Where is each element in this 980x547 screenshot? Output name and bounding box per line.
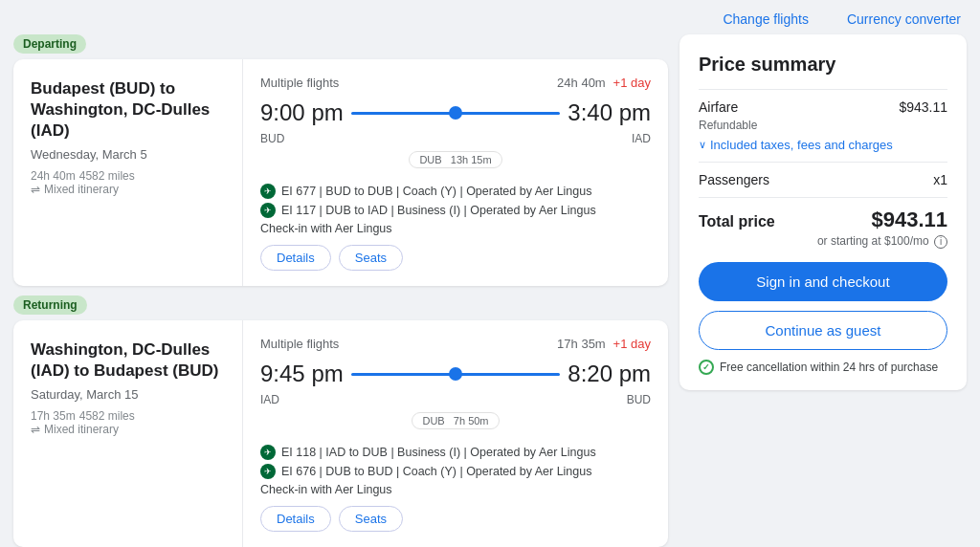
- departing-segment-group: Departing Budapest (BUD) to Washington, …: [13, 34, 668, 286]
- returning-date: Saturday, March 15: [31, 387, 225, 402]
- airfare-amount: $943.11: [899, 99, 947, 115]
- departing-flight2-row: EI 117 | DUB to IAD | Business (I) | Ope…: [260, 203, 651, 218]
- aer-lingus-icon-1: [260, 184, 276, 199]
- departing-timeline-row: 9:00 pm 3:40 pm: [260, 99, 651, 126]
- returning-left: Washington, DC-Dulles (IAD) to Budapest …: [13, 320, 243, 547]
- returning-details-button[interactable]: Details: [260, 506, 331, 532]
- returning-layover-wrapper: DUB 7h 50m: [260, 410, 651, 437]
- departing-flight1-row: EI 677 | BUD to DUB | Coach (Y) | Operat…: [260, 184, 651, 199]
- returning-miles: 4582 miles: [79, 409, 135, 423]
- starting-at: or starting at $100/mo i: [699, 234, 947, 249]
- returning-mixed-icon: ⇌: [31, 423, 40, 436]
- departing-depart-time: 9:00 pm: [260, 99, 344, 126]
- divider-1: [699, 89, 947, 90]
- continue-guest-button[interactable]: Continue as guest: [699, 311, 947, 350]
- returning-duration: 17h 35m: [557, 337, 606, 351]
- returning-timeline-dot: [449, 367, 462, 381]
- departing-airport-row: BUD IAD: [260, 132, 651, 145]
- returning-layover-badge: DUB 7h 50m: [412, 412, 499, 429]
- taxes-label: Included taxes, fees and charges: [710, 138, 893, 152]
- departing-plus-day: +1 day: [613, 76, 651, 90]
- departing-meta: 24h 40m 4582 miles: [31, 169, 225, 183]
- departing-miles: 4582 miles: [79, 169, 135, 183]
- returning-route: Washington, DC-Dulles (IAD) to Budapest …: [31, 339, 225, 382]
- refundable-label: Refundable: [699, 119, 947, 132]
- departing-layover-badge: DUB 13h 15m: [409, 151, 501, 168]
- chevron-down-icon: ∨: [699, 139, 706, 151]
- currency-converter-link[interactable]: Currency converter: [847, 11, 961, 27]
- price-summary-title: Price summary: [699, 54, 947, 76]
- departing-duration: 24h 40m: [557, 76, 606, 90]
- returning-depart-time: 9:45 pm: [260, 361, 344, 387]
- returning-layover-airport: DUB: [422, 415, 444, 427]
- departing-checkin: Check-in with Aer Lingus: [260, 222, 651, 235]
- returning-airport-row: IAD BUD: [260, 393, 651, 406]
- aer-lingus-icon-2: [260, 203, 276, 218]
- departing-seats-button[interactable]: Seats: [339, 245, 403, 271]
- returning-plus-day: +1 day: [613, 337, 651, 351]
- departing-layover-duration: 13h 15m: [451, 154, 492, 165]
- departing-date: Wednesday, March 5: [31, 147, 225, 162]
- departing-depart-airport: BUD: [260, 132, 284, 145]
- returning-flight1-row: EI 118 | IAD to DUB | Business (I) | Ope…: [260, 445, 651, 460]
- airfare-row: Airfare $943.11: [699, 99, 947, 115]
- mixed-icon: ⇌: [31, 183, 40, 196]
- departing-details-button[interactable]: Details: [260, 245, 331, 271]
- returning-meta: 17h 35m 4582 miles: [31, 409, 225, 423]
- divider-3: [699, 197, 947, 198]
- returning-flight2-row: EI 676 | DUB to BUD | Coach (Y) | Operat…: [260, 464, 651, 479]
- total-label: Total price: [699, 213, 775, 230]
- info-icon[interactable]: i: [934, 235, 947, 249]
- returning-checkin: Check-in with Aer Lingus: [260, 483, 651, 496]
- returning-btn-row: Details Seats: [260, 506, 651, 532]
- passengers-row: Passengers x1: [699, 172, 947, 187]
- departing-layover-wrapper: DUB 13h 15m: [260, 149, 651, 176]
- returning-seats-button[interactable]: Seats: [339, 506, 403, 532]
- departing-arrive-airport: IAD: [632, 132, 651, 145]
- departing-right: Multiple flights 24h 40m +1 day 9:00 pm: [243, 59, 668, 286]
- returning-flight-header: Multiple flights 17h 35m +1 day: [260, 336, 651, 351]
- returning-right: Multiple flights 17h 35m +1 day 9:45 pm: [243, 320, 668, 547]
- starting-at-text: or starting at $100/mo: [817, 234, 929, 248]
- change-flights-link[interactable]: Change flights: [723, 11, 809, 27]
- returning-duration-meta: 17h 35m: [31, 409, 76, 423]
- returning-arrive-time: 8:20 pm: [568, 361, 651, 387]
- departing-timeline-dot: [449, 106, 462, 120]
- departing-left: Budapest (BUD) to Washington, DC-Dulles …: [13, 59, 243, 286]
- main-layout: Departing Budapest (BUD) to Washington, …: [0, 34, 980, 547]
- returning-arrive-airport: BUD: [627, 393, 651, 406]
- returning-header-right: 17h 35m +1 day: [557, 336, 651, 351]
- left-panel: Departing Budapest (BUD) to Washington, …: [13, 34, 668, 547]
- returning-flight-label: Multiple flights: [260, 337, 339, 351]
- returning-aer-lingus-icon-1: [260, 445, 276, 460]
- free-cancel-row: Free cancellation within 24 hrs of purch…: [699, 360, 947, 375]
- free-cancel-text: Free cancellation within 24 hrs of purch…: [720, 361, 938, 374]
- total-price-section: Total price $943.11 or starting at $100/…: [699, 208, 947, 375]
- passengers-count: x1: [933, 172, 947, 187]
- returning-mixed: ⇌ Mixed itinerary: [31, 423, 225, 436]
- departing-route: Budapest (BUD) to Washington, DC-Dulles …: [31, 78, 225, 142]
- returning-timeline-bar: [351, 373, 561, 376]
- returning-segment-group: Returning Washington, DC-Dulles (IAD) to…: [13, 295, 668, 547]
- departing-duration-meta: 24h 40m: [31, 169, 76, 183]
- returning-timeline-line: [351, 373, 561, 376]
- divider-2: [699, 162, 947, 163]
- returning-layover-duration: 7h 50m: [454, 415, 489, 427]
- signin-checkout-button[interactable]: Sign in and checkout: [699, 262, 947, 301]
- returning-flight1: EI 118 | IAD to DUB | Business (I) | Ope…: [281, 446, 596, 459]
- departing-arrive-time: 3:40 pm: [568, 99, 651, 126]
- returning-depart-airport: IAD: [260, 393, 279, 406]
- taxes-row[interactable]: ∨ Included taxes, fees and charges: [699, 138, 947, 152]
- total-amount: $943.11: [871, 208, 947, 232]
- price-summary-panel: Price summary Airfare $943.11 Refundable…: [679, 34, 967, 390]
- total-row: Total price $943.11: [699, 208, 947, 232]
- returning-flight2: EI 676 | DUB to BUD | Coach (Y) | Operat…: [281, 465, 591, 478]
- departing-flight-label: Multiple flights: [260, 76, 339, 90]
- departing-flight1: EI 677 | BUD to DUB | Coach (Y) | Operat…: [281, 185, 591, 198]
- departing-card: Budapest (BUD) to Washington, DC-Dulles …: [13, 59, 668, 286]
- returning-aer-lingus-icon-2: [260, 464, 276, 479]
- check-circle-icon: [699, 360, 714, 375]
- returning-mixed-label: Mixed itinerary: [44, 423, 119, 436]
- departing-layover-airport: DUB: [419, 154, 441, 165]
- departing-timeline-bar: [351, 112, 561, 115]
